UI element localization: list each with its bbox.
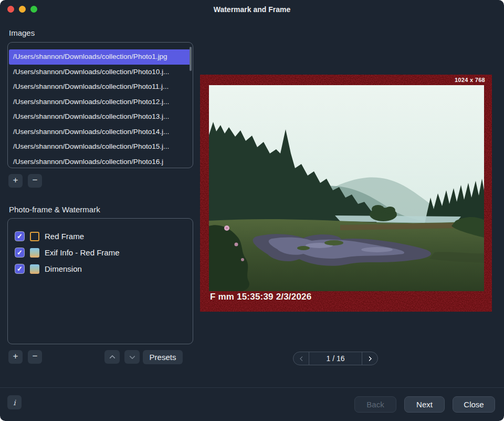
- footer-divider: [0, 387, 504, 388]
- image-list-item[interactable]: /Users/shannon/Downloads/collection/Phot…: [8, 95, 193, 110]
- frame-list-item[interactable]: ✓ Exif Info - Red Frame: [15, 244, 193, 261]
- chevron-down-icon: [129, 353, 135, 359]
- image-path: /Users/shannon/Downloads/collection/Phot…: [13, 68, 169, 76]
- frame-list-item[interactable]: ✓ Red Frame: [15, 228, 193, 244]
- preview-pager: 1 / 16: [293, 352, 378, 365]
- remove-image-button[interactable]: −: [28, 174, 42, 188]
- chevron-left-icon: [299, 356, 304, 361]
- next-button[interactable]: Next: [404, 396, 445, 413]
- page-indicator: 1 / 16: [309, 352, 362, 365]
- previous-page-button[interactable]: [293, 352, 309, 365]
- image-path: /Users/shannon/Downloads/collection/Phot…: [13, 112, 169, 120]
- image-path: /Users/shannon/Downloads/collection/Phot…: [13, 158, 163, 166]
- images-section-label: Images: [9, 28, 35, 37]
- frame-style-icon: [30, 232, 39, 241]
- frame-item-label: Red Frame: [45, 232, 84, 241]
- watermark-style-icon: [30, 248, 39, 258]
- chevron-right-icon: [366, 356, 372, 361]
- image-path: /Users/shannon/Downloads/collection/Phot…: [13, 142, 169, 150]
- add-frame-button[interactable]: +: [8, 350, 23, 364]
- window-title: Watermark and Frame: [0, 5, 504, 14]
- image-path: /Users/shannon/Downloads/collection/Phot…: [13, 53, 167, 60]
- image-list-item[interactable]: /Users/shannon/Downloads/collection/Phot…: [9, 49, 192, 65]
- checkbox[interactable]: ✓: [15, 264, 25, 274]
- chevron-up-icon: [109, 355, 115, 361]
- image-list-item[interactable]: /Users/shannon/Downloads/collection/Phot…: [8, 109, 193, 125]
- image-list-item[interactable]: /Users/shannon/Downloads/collection/Phot…: [8, 139, 193, 155]
- preview-panel: 1024 x 768 F mm 15:35:39 2/3/2026: [200, 75, 492, 312]
- dimension-watermark-label: 1024 x 768: [455, 77, 485, 83]
- frame-list-item[interactable]: ✓ Dimension: [15, 261, 193, 277]
- info-button[interactable]: i: [7, 395, 22, 409]
- check-icon: ✓: [17, 265, 23, 272]
- image-path: /Users/shannon/Downloads/collection/Phot…: [13, 128, 169, 136]
- remove-frame-button[interactable]: −: [28, 350, 42, 364]
- close-button[interactable]: Close: [453, 396, 495, 413]
- checkbox[interactable]: ✓: [15, 248, 25, 258]
- frame-watermark-list: ✓ Red Frame ✓ Exif Info - Red Frame ✓ Di…: [7, 218, 193, 344]
- image-list-item[interactable]: /Users/shannon/Downloads/collection/Phot…: [8, 155, 193, 169]
- preview-photo: [209, 85, 484, 291]
- image-path: /Users/shannon/Downloads/collection/Phot…: [13, 83, 169, 90]
- frame-item-label: Dimension: [45, 264, 82, 273]
- exif-watermark-label: F mm 15:35:39 2/3/2026: [210, 292, 311, 302]
- image-list-item[interactable]: /Users/shannon/Downloads/collection/Phot…: [8, 125, 193, 140]
- check-icon: ✓: [17, 249, 23, 256]
- image-list-item[interactable]: /Users/shannon/Downloads/collection/Phot…: [8, 65, 193, 80]
- watermark-style-icon: [30, 264, 39, 274]
- images-list: /Users/shannon/Downloads/collection/Phot…: [7, 42, 193, 168]
- titlebar: Watermark and Frame: [0, 0, 504, 19]
- next-page-button[interactable]: [362, 352, 377, 365]
- frame-item-label: Exif Info - Red Frame: [45, 248, 120, 257]
- move-up-button[interactable]: [104, 350, 120, 364]
- image-list-item[interactable]: /Users/shannon/Downloads/collection/Phot…: [8, 79, 193, 95]
- check-icon: ✓: [17, 233, 23, 240]
- move-down-button[interactable]: [124, 350, 140, 364]
- frames-section-label: Photo-frame & Watermark: [9, 205, 100, 214]
- back-button[interactable]: Back: [354, 396, 396, 413]
- info-icon: i: [13, 398, 15, 407]
- image-path: /Users/shannon/Downloads/collection/Phot…: [13, 98, 169, 106]
- watermark-and-frame-window: Watermark and Frame Images /Users/shanno…: [0, 0, 504, 421]
- checkbox[interactable]: ✓: [15, 231, 25, 241]
- scrollbar-thumb[interactable]: [190, 47, 192, 71]
- presets-button[interactable]: Presets: [143, 350, 183, 364]
- add-image-button[interactable]: +: [8, 174, 23, 188]
